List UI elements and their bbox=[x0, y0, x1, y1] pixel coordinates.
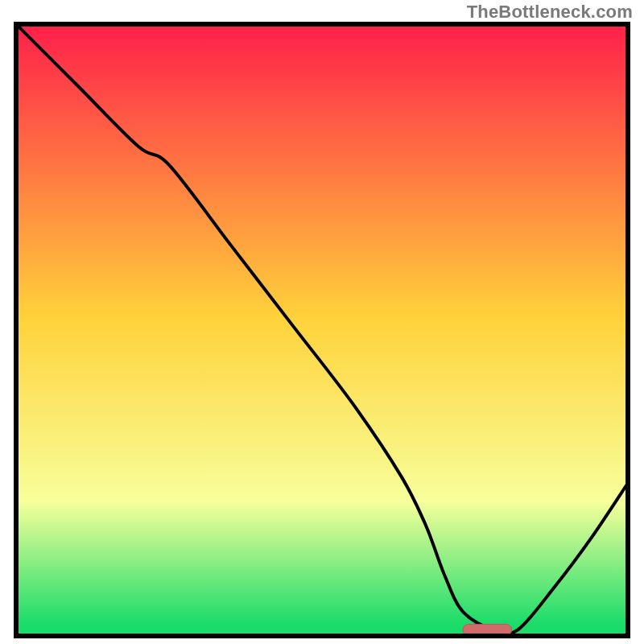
chart-container: { "watermark": "TheBottleneck.com", "col… bbox=[0, 0, 644, 644]
bottleneck-chart bbox=[0, 0, 644, 644]
